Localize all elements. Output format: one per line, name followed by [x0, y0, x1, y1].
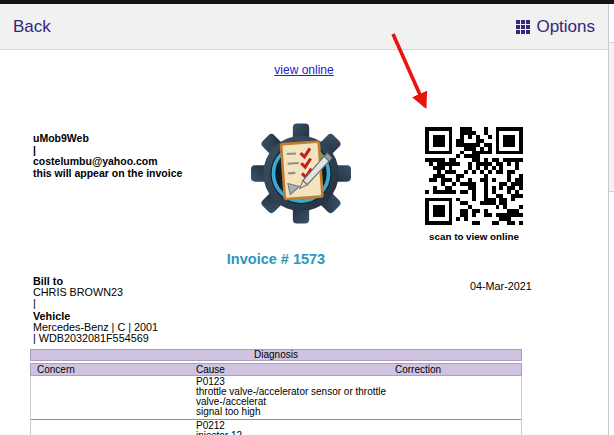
- table-row: P0123 throttle valve-/accelerator sensor…: [31, 376, 521, 420]
- cell-concern: [31, 420, 190, 435]
- back-button[interactable]: Back: [13, 17, 51, 37]
- scrollbar-thumb[interactable]: [609, 42, 614, 192]
- qr-caption: scan to view online: [425, 231, 523, 242]
- app-header: Back Options: [0, 4, 608, 50]
- column-header-concern: Concern: [31, 364, 190, 375]
- options-button[interactable]: Options: [516, 17, 595, 37]
- qr-block: scan to view online: [425, 127, 523, 242]
- invoice-title: Invoice # 1573: [30, 251, 522, 267]
- sender-app-name: uMob9Web: [33, 133, 182, 145]
- bill-to-block: Bill to CHRIS BROWN23 |: [33, 276, 123, 309]
- diagnosis-table-title: Diagnosis: [30, 349, 522, 361]
- cell-correction: [389, 376, 521, 419]
- diagnosis-table: Diagnosis Concern Cause Correction P0123…: [30, 349, 522, 435]
- grid-icon: [516, 20, 530, 34]
- column-header-cause: Cause: [190, 364, 389, 375]
- scrollbar[interactable]: [608, 4, 614, 435]
- vehicle-block: Vehicle Mercedes-Benz | C | 2001 | WDB20…: [33, 311, 158, 344]
- diagnosis-table-header: Concern Cause Correction: [30, 363, 522, 376]
- column-header-correction: Correction: [389, 364, 521, 375]
- invoice-date: 04-Mar-2021: [470, 280, 532, 292]
- cell-cause: P0212 injector 12: [190, 420, 389, 435]
- sender-info: uMob9Web | costelumbu@yahoo.com this wil…: [33, 133, 182, 179]
- app-logo: [250, 122, 352, 225]
- view-online-wrap: view online: [0, 63, 608, 77]
- qr-code: [425, 127, 523, 225]
- view-online-link[interactable]: view online: [274, 63, 333, 77]
- cell-concern: [31, 376, 190, 419]
- vehicle-vin: | WDB2032081F554569: [33, 333, 158, 344]
- table-row: P0212 injector 12: [31, 420, 521, 435]
- sender-email: costelumbu@yahoo.com: [33, 156, 182, 168]
- sender-note: this will appear on the invoice: [33, 168, 182, 180]
- cell-cause: P0123 throttle valve-/accelerator sensor…: [190, 376, 389, 419]
- options-label: Options: [536, 17, 595, 37]
- bill-to-name: CHRIS BROWN23: [33, 287, 123, 298]
- cell-correction: [389, 420, 521, 435]
- diagnosis-table-body: P0123 throttle valve-/accelerator sensor…: [30, 376, 522, 435]
- bill-to-separator: |: [33, 298, 123, 309]
